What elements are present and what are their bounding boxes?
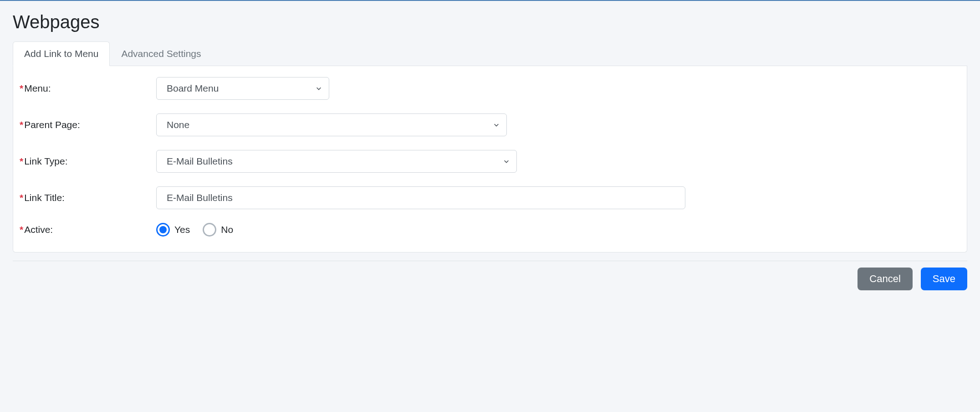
label-link-title-text: Link Title: <box>24 192 65 203</box>
tab-add-link-to-menu[interactable]: Add Link to Menu <box>13 41 110 66</box>
control-menu: Board Menu <box>156 77 960 100</box>
select-parent-page[interactable]: None <box>156 113 507 136</box>
radio-icon <box>156 223 170 237</box>
select-link-type[interactable]: E-Mail Bulletins <box>156 150 517 173</box>
radio-dot-icon <box>159 226 167 233</box>
save-button[interactable]: Save <box>921 268 967 290</box>
required-star-icon: * <box>20 224 23 235</box>
cancel-button[interactable]: Cancel <box>858 268 912 290</box>
tabs: Add Link to Menu Advanced Settings <box>13 41 967 66</box>
required-star-icon: * <box>20 156 23 166</box>
control-link-type: E-Mail Bulletins <box>156 150 960 173</box>
label-link-title: *Link Title: <box>20 192 156 203</box>
footer-actions: Cancel Save <box>13 261 967 290</box>
radio-active-no[interactable]: No <box>203 223 233 237</box>
row-menu: *Menu: Board Menu <box>20 77 960 100</box>
row-parent-page: *Parent Page: None <box>20 113 960 136</box>
control-active: Yes No <box>156 223 960 237</box>
radio-group-active: Yes No <box>156 223 960 237</box>
radio-label-yes: Yes <box>174 224 190 235</box>
radio-active-yes[interactable]: Yes <box>156 223 190 237</box>
select-menu[interactable]: Board Menu <box>156 77 329 100</box>
required-star-icon: * <box>20 192 23 203</box>
required-star-icon: * <box>20 83 23 93</box>
row-active: *Active: Yes No <box>20 223 960 237</box>
page-container: Webpages Add Link to Menu Advanced Setti… <box>0 1 980 301</box>
label-active-text: Active: <box>24 224 53 235</box>
radio-label-no: No <box>221 224 233 235</box>
label-parent-page: *Parent Page: <box>20 119 156 130</box>
row-link-title: *Link Title: <box>20 186 960 209</box>
label-menu-text: Menu: <box>24 83 51 93</box>
label-active: *Active: <box>20 224 156 235</box>
row-link-type: *Link Type: E-Mail Bulletins <box>20 150 960 173</box>
label-parent-page-text: Parent Page: <box>24 119 80 130</box>
label-menu: *Menu: <box>20 83 156 94</box>
control-parent-page: None <box>156 113 960 136</box>
control-link-title <box>156 186 960 209</box>
label-link-type: *Link Type: <box>20 156 156 167</box>
radio-icon <box>203 223 216 237</box>
form-panel: *Menu: Board Menu *Parent Page: None <box>13 66 967 252</box>
required-star-icon: * <box>20 119 23 130</box>
label-link-type-text: Link Type: <box>24 156 67 166</box>
page-title: Webpages <box>13 12 967 32</box>
input-link-title[interactable] <box>156 186 685 209</box>
tab-advanced-settings[interactable]: Advanced Settings <box>110 41 212 66</box>
